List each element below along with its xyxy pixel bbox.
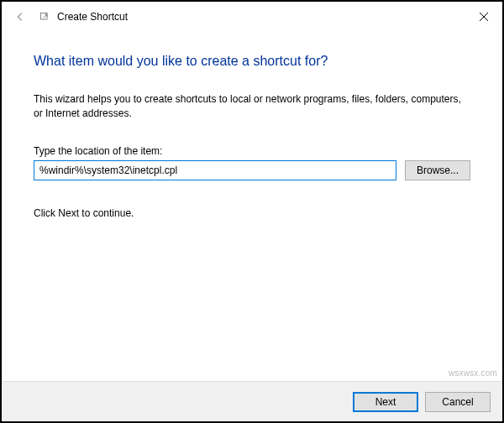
browse-button[interactable]: Browse... xyxy=(405,160,470,180)
shortcut-icon xyxy=(39,11,50,23)
continue-instruction: Click Next to continue. xyxy=(34,207,470,219)
titlebar: Create Shortcut xyxy=(2,2,502,32)
back-arrow-icon[interactable] xyxy=(12,8,29,25)
cancel-button[interactable]: Cancel xyxy=(425,392,491,412)
location-input[interactable] xyxy=(34,160,396,180)
wizard-description: This wizard helps you to create shortcut… xyxy=(34,92,470,122)
page-heading: What item would you like to create a sho… xyxy=(34,54,470,69)
location-row: Browse... xyxy=(34,160,470,180)
window-title: Create Shortcut xyxy=(57,11,128,23)
location-label: Type the location of the item: xyxy=(34,145,470,157)
close-button[interactable] xyxy=(474,7,494,27)
wizard-footer: Next Cancel xyxy=(2,381,502,421)
watermark-text: wsxwsx.com xyxy=(449,368,497,378)
next-button[interactable]: Next xyxy=(353,392,418,412)
wizard-content: What item would you like to create a sho… xyxy=(2,32,502,219)
